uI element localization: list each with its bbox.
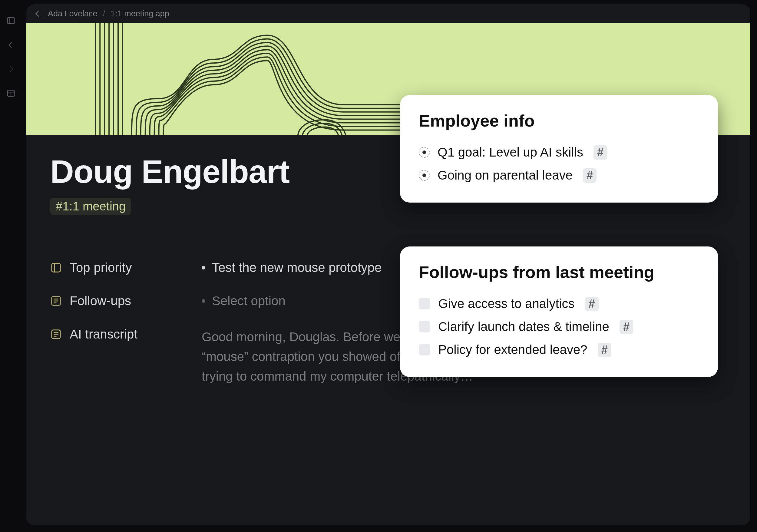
checkbox[interactable] bbox=[419, 344, 430, 355]
employee-info-card[interactable]: Employee info Q1 goal: Level up AI skill… bbox=[400, 95, 718, 203]
hash-link[interactable]: # bbox=[620, 320, 633, 334]
breadcrumb-back-button[interactable] bbox=[33, 9, 43, 18]
followup-item[interactable]: Give access to analytics # bbox=[419, 292, 699, 315]
hash-link[interactable]: # bbox=[583, 168, 596, 183]
sidebar-toggle-button[interactable] bbox=[4, 14, 17, 27]
hash-link[interactable]: # bbox=[585, 297, 599, 311]
followups-card[interactable]: Follow-ups from last meeting Give access… bbox=[400, 247, 718, 377]
employee-info-text: Q1 goal: Level up AI skills bbox=[438, 145, 583, 160]
checkbox[interactable] bbox=[419, 298, 430, 310]
bullet-icon bbox=[202, 299, 205, 303]
hash-link[interactable]: # bbox=[593, 145, 607, 160]
field-label-follow-ups[interactable]: Follow-ups bbox=[50, 294, 193, 308]
field-label-text: Follow-ups bbox=[70, 294, 131, 308]
followup-text: Give access to analytics bbox=[438, 296, 575, 311]
field-label-ai-transcript[interactable]: AI transcript bbox=[50, 327, 193, 341]
nav-forward-button[interactable] bbox=[4, 62, 17, 76]
page-tag[interactable]: #1:1 meeting bbox=[50, 198, 131, 215]
checkbox[interactable] bbox=[419, 321, 430, 333]
left-rail bbox=[0, 0, 22, 532]
employee-info-item[interactable]: Going on parental leave # bbox=[419, 164, 699, 187]
employee-info-text: Going on parental leave bbox=[438, 168, 573, 183]
panel-icon bbox=[50, 262, 62, 274]
followup-text: Policy for extended leave? bbox=[438, 342, 588, 357]
top-priority-text: Test the new mouse prototype bbox=[212, 260, 381, 275]
hash-link[interactable]: # bbox=[598, 343, 611, 357]
field-label-text: AI transcript bbox=[70, 327, 137, 341]
radio-icon[interactable] bbox=[419, 147, 430, 158]
svg-rect-5 bbox=[52, 263, 61, 272]
select-placeholder-text: Select option bbox=[212, 294, 286, 308]
nav-back-button[interactable] bbox=[4, 38, 17, 51]
breadcrumb-separator: / bbox=[103, 9, 106, 18]
template-button[interactable] bbox=[4, 87, 17, 100]
breadcrumb-current[interactable]: 1:1 meeting app bbox=[110, 9, 169, 18]
followup-text: Clarify launch dates & timeline bbox=[438, 319, 609, 334]
field-label-text: Top priority bbox=[70, 260, 132, 275]
list-icon bbox=[50, 329, 62, 340]
employee-info-item[interactable]: Q1 goal: Level up AI skills # bbox=[419, 141, 699, 164]
field-label-top-priority[interactable]: Top priority bbox=[50, 260, 193, 275]
bullet-icon bbox=[202, 266, 205, 270]
card-title: Follow-ups from last meeting bbox=[419, 262, 699, 282]
svg-rect-0 bbox=[8, 17, 15, 24]
card-title: Employee info bbox=[419, 111, 699, 131]
breadcrumb-bar: Ada Lovelace / 1:1 meeting app bbox=[26, 4, 750, 23]
page-panel: Ada Lovelace / 1:1 meeting app bbox=[26, 4, 750, 525]
list-icon bbox=[50, 295, 62, 307]
followup-item[interactable]: Clarify launch dates & timeline # bbox=[419, 315, 699, 338]
followup-item[interactable]: Policy for extended leave? # bbox=[419, 338, 699, 361]
radio-icon[interactable] bbox=[419, 170, 430, 181]
breadcrumb-parent[interactable]: Ada Lovelace bbox=[48, 9, 98, 18]
